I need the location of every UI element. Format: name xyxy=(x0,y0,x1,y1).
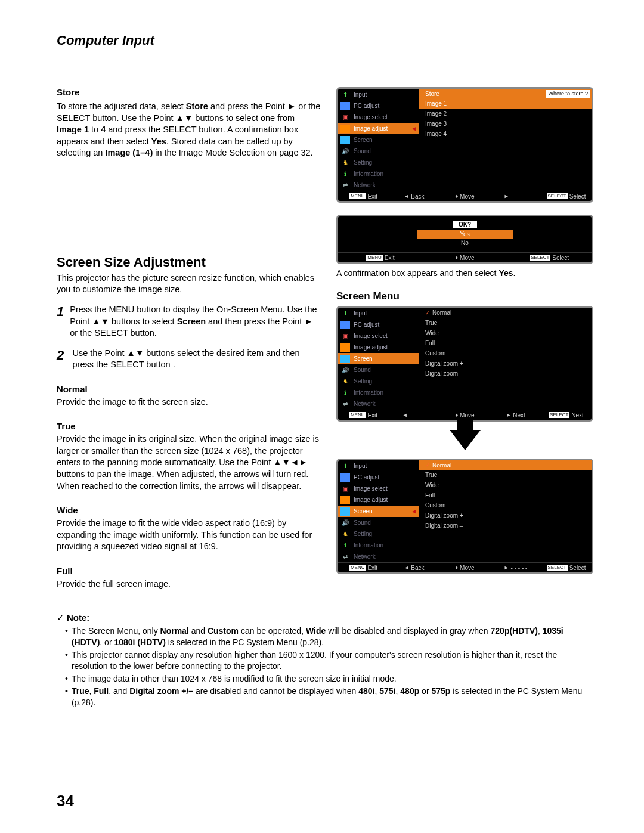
osd-left-item[interactable]: Screen► xyxy=(338,353,419,364)
osd-right-item[interactable]: ✓Normal xyxy=(419,460,592,470)
note-text: This projector cannot display any resolu… xyxy=(72,649,593,672)
osd-left-item[interactable]: Image adjust xyxy=(338,342,419,353)
osd-left-item[interactable]: ▣Image select xyxy=(338,483,419,494)
osd-left-item[interactable]: PC adjust xyxy=(338,472,419,483)
osd-right-header: Store Where to store ? xyxy=(419,89,592,98)
confirm-yes[interactable]: Yes xyxy=(417,230,513,239)
osd-right-item[interactable]: Wide xyxy=(419,328,592,338)
osd-right-item[interactable]: Digital zoom + xyxy=(419,510,592,521)
check-icon: ✓ xyxy=(425,462,430,468)
osd-right-item[interactable]: Wide xyxy=(419,480,592,490)
osd-item-label: Sound xyxy=(354,519,371,526)
mode-title: Wide xyxy=(57,505,322,515)
osd-left-item[interactable]: ♞Setting xyxy=(338,157,419,168)
label: Exit xyxy=(385,255,395,261)
osd-left-item[interactable]: ⇄Network xyxy=(338,551,419,562)
osd-item-label: Full xyxy=(425,340,435,346)
label: Back xyxy=(411,193,424,200)
osd-right-item[interactable]: Full xyxy=(419,338,592,348)
page-number: 34 xyxy=(57,792,74,810)
osd-right-item[interactable]: Custom xyxy=(419,348,592,358)
osd-right-item[interactable]: Custom xyxy=(419,500,592,510)
osd-right-item[interactable]: Full xyxy=(419,490,592,500)
confirmation-dialog: OK? Yes No MENUExit ♦Move SELECTSelect xyxy=(336,215,593,264)
text: The Screen Menu, only xyxy=(72,626,160,636)
mode-full: Full Provide the full screen image. xyxy=(57,566,322,590)
osd-left-item[interactable]: ♞Setting xyxy=(338,528,419,540)
screen-size-intro: This projector has the picture screen re… xyxy=(57,272,322,296)
osd-left-item[interactable]: Image adjust xyxy=(338,494,419,506)
chevron-right-icon: ► xyxy=(411,355,417,362)
select-badge: SELECT xyxy=(549,412,569,418)
tag: Where to store ? xyxy=(546,90,590,98)
osd-left-item[interactable]: ▣Image select xyxy=(338,112,419,123)
down-arrow-icon xyxy=(450,430,481,450)
osd-item-label: Setting xyxy=(354,159,372,166)
osd-left-item[interactable]: ℹInformation xyxy=(338,168,419,179)
osd-left-item[interactable]: ⬆Input xyxy=(338,308,419,319)
label: Note: xyxy=(67,612,89,623)
confirm-no[interactable]: No xyxy=(417,239,513,247)
label: - - - - - xyxy=(511,565,528,571)
ico-screen-icon xyxy=(340,507,350,516)
osd-right-item[interactable]: Digital zoom – xyxy=(419,521,592,531)
osd-left-item[interactable]: Screen xyxy=(338,134,419,145)
note-heading: Note: xyxy=(57,612,593,623)
osd-item-label: Image select xyxy=(354,114,388,120)
osd-item-label: Information xyxy=(354,171,383,177)
updown-arrow-icon: ♦ xyxy=(455,193,458,199)
bold: Normal xyxy=(160,626,189,636)
osd-right-item[interactable]: True xyxy=(419,318,592,328)
osd-store-menu: ⬆InputPC adjust▣Image selectImage adjust… xyxy=(336,87,593,203)
text: , or xyxy=(100,637,114,647)
osd-right-item[interactable]: True xyxy=(419,470,592,480)
bold: Image 1 xyxy=(57,125,89,134)
osd-right-item[interactable]: Image 2 xyxy=(419,109,592,119)
osd-left-item[interactable]: ℹInformation xyxy=(338,540,419,551)
bold: Store xyxy=(186,101,208,111)
osd-right-item[interactable]: Digital zoom + xyxy=(419,358,592,368)
label: Next xyxy=(571,412,584,419)
notes-section: Note: The Screen Menu, only Normal and C… xyxy=(57,612,593,708)
osd-item-label: Image 1 xyxy=(425,100,447,107)
osd-item-label: Wide xyxy=(425,482,439,488)
osd-left-item[interactable]: 🔊Sound xyxy=(338,364,419,376)
mode-text: Provide the image to fit the screen size… xyxy=(57,397,322,408)
osd-item-label: Wide xyxy=(425,330,439,336)
osd-right-item[interactable]: Digital zoom – xyxy=(419,368,592,379)
osd-item-label: Network xyxy=(354,553,376,560)
osd-item-label: Custom xyxy=(425,350,445,357)
osd-left-item[interactable]: 🔊Sound xyxy=(338,517,419,528)
ico-input-icon: ⬆ xyxy=(340,91,350,99)
bold: 575p xyxy=(431,686,450,696)
osd-left-item[interactable]: ⬆Input xyxy=(338,460,419,472)
osd-left-item[interactable]: PC adjust xyxy=(338,100,419,112)
osd-left-item[interactable]: 🔊Sound xyxy=(338,145,419,157)
osd-left-item[interactable]: ▣Image select xyxy=(338,330,419,342)
section-header: Computer Input xyxy=(57,33,593,48)
note-item: The image data in other than 1024 x 768 … xyxy=(57,673,593,685)
osd-left-item[interactable]: Screen◄ xyxy=(338,506,419,517)
osd-right-item[interactable]: ✓Normal xyxy=(419,308,592,318)
osd-left-item[interactable]: ℹInformation xyxy=(338,387,419,398)
osd-right-item[interactable]: Image 3 xyxy=(419,119,592,129)
osd-left-item[interactable]: PC adjust xyxy=(338,319,419,330)
osd-left-item[interactable]: ⇄Network xyxy=(338,179,419,191)
osd-item-label: PC adjust xyxy=(354,103,379,109)
bold: 720p(HDTV) xyxy=(491,626,538,636)
osd-right-item[interactable]: Image 4 xyxy=(419,129,592,139)
osd-left-item[interactable]: ♞Setting xyxy=(338,376,419,387)
label: Select xyxy=(569,193,586,200)
osd-right-item[interactable]: Image 1 xyxy=(419,98,592,109)
step-2: 2 Use the Point ▲▼ buttons select the de… xyxy=(57,348,322,371)
left-column: Store To store the adjusted data, select… xyxy=(57,87,322,590)
right-column: ⬆InputPC adjust▣Image selectImage adjust… xyxy=(336,87,593,590)
left-arrow-icon: ◄ xyxy=(404,193,409,199)
osd-left-item[interactable]: ⇄Network xyxy=(338,398,419,410)
text: To store the adjusted data, select xyxy=(57,101,186,111)
osd-item-label: Image adjust xyxy=(354,344,388,351)
osd-left-item[interactable]: Image adjust◄ xyxy=(338,123,419,134)
label: Exit xyxy=(367,412,377,419)
note-text: The Screen Menu, only Normal and Custom … xyxy=(72,625,593,648)
osd-left-item[interactable]: ⬆Input xyxy=(338,89,419,100)
